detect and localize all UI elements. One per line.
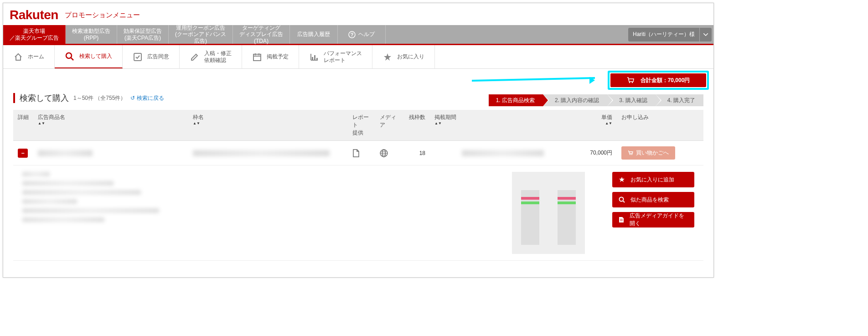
svg-line-16 xyxy=(472,78,595,81)
col-name[interactable]: 広告商品名▲▼ xyxy=(33,110,188,141)
sort-icon[interactable]: ▲▼ xyxy=(434,121,571,125)
result-count: 1～50件 （全755件） xyxy=(73,94,126,102)
user-menu-dropdown[interactable] xyxy=(700,28,712,41)
table-row: − 18 70,000円 買い物かごへ xyxy=(13,141,703,165)
results-table: 詳細 広告商品名▲▼ 枠名▲▼ レポート提供 メディア 残枠数 掲載期間▲▼ xyxy=(13,110,703,261)
collapse-row-button[interactable]: − xyxy=(18,149,28,158)
star-icon xyxy=(619,176,625,183)
redacted-text xyxy=(462,150,544,156)
detail-row: お気に入りに追加 似た商品を検索 広告メディアガイドを開く xyxy=(13,165,703,261)
step-4[interactable]: 4. 購入完了 xyxy=(656,94,703,106)
col-period[interactable]: 掲載期間▲▼ xyxy=(430,110,576,141)
svg-line-25 xyxy=(623,201,625,202)
sort-icon[interactable]: ▲▼ xyxy=(193,121,343,125)
main-nav: 楽天市場／楽天グループ広告 検索連動型広告(RPP) 効果保証型広告(楽天CPA… xyxy=(3,25,713,45)
search-icon xyxy=(619,196,625,203)
back-to-search-link[interactable]: ↺ 検索に戻る xyxy=(130,94,164,102)
col-report: レポート提供 xyxy=(348,110,375,141)
star-icon xyxy=(382,52,393,62)
globe-icon xyxy=(380,149,398,157)
col-detail: 詳細 xyxy=(13,110,33,141)
nav-help[interactable]: ? ヘルプ xyxy=(338,25,386,44)
wizard-steps: 1. 広告商品検索 2. 購入内容の確認 3. 購入確認 4. 購入完了 xyxy=(489,94,703,106)
chevron-down-icon xyxy=(703,33,708,36)
svg-rect-12 xyxy=(314,55,315,60)
search-icon xyxy=(65,52,75,62)
remain-value: 18 xyxy=(403,141,430,165)
svg-point-2 xyxy=(66,53,72,58)
search-similar-button[interactable]: 似た商品を検索 xyxy=(612,192,694,207)
home-icon xyxy=(13,52,23,62)
cart-total-button[interactable]: 合計金額：70,000円 xyxy=(610,73,706,87)
user-menu[interactable]: Hariti（ハーリティー）様 xyxy=(628,28,699,41)
subnav-schedule[interactable]: 掲載予定 xyxy=(242,45,299,68)
svg-point-14 xyxy=(629,82,630,83)
nav-coupon[interactable]: 運用型クーポン広告(クーポンアドバンス広告) xyxy=(169,25,233,44)
subnav-favorites[interactable]: お気に入り xyxy=(372,45,435,68)
svg-rect-5 xyxy=(253,54,261,61)
svg-text:?: ? xyxy=(351,32,354,37)
pencil-icon xyxy=(190,52,200,62)
col-apply: お申し込み xyxy=(617,110,703,141)
svg-point-15 xyxy=(631,82,632,83)
nav-rpp[interactable]: 検索連動型広告(RPP) xyxy=(66,25,117,44)
sort-icon[interactable]: ▲▼ xyxy=(38,121,184,125)
chart-bar-icon xyxy=(309,52,319,62)
cart-icon xyxy=(628,150,633,155)
svg-point-23 xyxy=(631,154,632,155)
price-value: 70,000円 xyxy=(576,141,617,165)
sort-icon[interactable]: ▲▼ xyxy=(580,121,612,125)
refresh-icon: ↺ xyxy=(130,95,135,101)
step-3[interactable]: 3. 購入確認 xyxy=(607,94,655,106)
svg-rect-13 xyxy=(316,58,318,60)
document-icon xyxy=(619,217,624,223)
col-remain: 残枠数 xyxy=(403,110,430,141)
title-accent xyxy=(13,93,15,103)
rakuten-logo: Rakuten xyxy=(10,8,58,22)
col-media: メディア xyxy=(375,110,403,141)
subnav-home[interactable]: ホーム xyxy=(3,45,55,68)
subnav-search-buy[interactable]: 検索して購入 xyxy=(55,45,123,68)
product-image-placeholder xyxy=(512,172,585,254)
cart-highlight: 合計金額：70,000円 xyxy=(608,71,709,90)
col-slot[interactable]: 枠名▲▼ xyxy=(188,110,348,141)
step-1[interactable]: 1. 広告商品検索 xyxy=(489,94,543,106)
svg-point-24 xyxy=(620,197,624,202)
sub-nav: ホーム 検索して購入 広告同意 入稿・修正依頼確認 掲載予定 パフォーマンスレポ… xyxy=(3,45,713,69)
annotation-arrow xyxy=(472,77,604,91)
nav-tda[interactable]: ターゲティングディスプレイ広告(TDA) xyxy=(233,25,290,44)
open-media-guide-button[interactable]: 広告メディアガイドを開く xyxy=(612,212,694,227)
svg-point-22 xyxy=(630,154,630,155)
subnav-performance[interactable]: パフォーマンスレポート xyxy=(299,45,372,68)
nav-history[interactable]: 広告購入履歴 xyxy=(290,25,338,44)
svg-rect-11 xyxy=(312,57,313,60)
subnav-consent[interactable]: 広告同意 xyxy=(123,45,180,68)
section-title: 検索して購入 xyxy=(20,93,69,103)
svg-rect-4 xyxy=(134,53,141,61)
col-price[interactable]: 単価▲▼ xyxy=(576,110,617,141)
redacted-text xyxy=(38,150,93,156)
add-to-cart-button[interactable]: 買い物かごへ xyxy=(621,146,675,160)
calendar-icon xyxy=(252,52,262,62)
help-icon: ? xyxy=(348,31,356,38)
add-favorite-button[interactable]: お気に入りに追加 xyxy=(612,172,694,187)
check-square-icon xyxy=(133,52,143,62)
cart-icon xyxy=(627,77,634,83)
redacted-text xyxy=(193,150,330,156)
detail-description xyxy=(22,172,485,254)
document-icon xyxy=(352,149,371,157)
nav-rakuten-ads[interactable]: 楽天市場／楽天グループ広告 xyxy=(3,25,66,44)
nav-cpa[interactable]: 効果保証型広告(楽天CPA広告) xyxy=(117,25,169,44)
subnav-submission[interactable]: 入稿・修正依頼確認 xyxy=(180,45,242,68)
svg-line-3 xyxy=(71,58,73,60)
step-2[interactable]: 2. 購入内容の確認 xyxy=(543,94,607,106)
page-title: プロモーションメニュー xyxy=(65,11,140,20)
